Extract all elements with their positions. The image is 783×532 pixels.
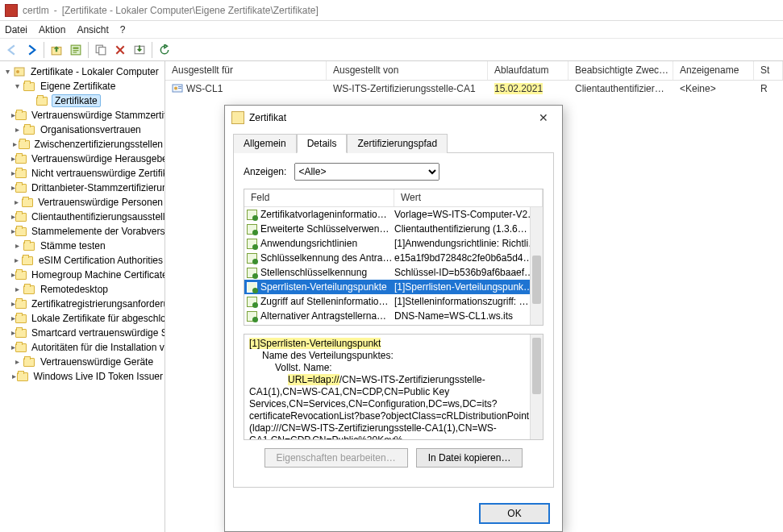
tree-node-label: Smartcard vertrauenswürdige Stammzertifi…	[30, 327, 165, 339]
detail-line: CA1(1),CN=WS-CA1,CN=CDP,CN=Public Key	[249, 386, 449, 397]
list-header[interactable]: Ausgestellt für Ausgestellt von Ablaufda…	[165, 61, 783, 81]
field-row[interactable]: Schlüsselkennung des Antra…e15a1f9bd7284…	[244, 251, 530, 265]
tree-node-label: Drittanbieter-Stammzertifizierungsstelle…	[30, 182, 165, 193]
tree-node[interactable]: ▸Homegroup Machine Certificates	[0, 268, 165, 282]
dialog-tabs: Allgemein Details Zertifizierungspfad	[225, 130, 562, 152]
tree-node-label: Lokale Zertifikate für abgeschlossene Ge…	[30, 313, 165, 324]
field-row[interactable]: StellenschlüsselkennungSchlüssel-ID=b536…	[244, 265, 530, 280]
tree-twisty-icon[interactable]: ▾	[2, 68, 13, 76]
tree-node[interactable]: ▸Vertrauenswürdige Herausgeber	[0, 152, 165, 166]
tree-node[interactable]: ▸Clientauthentifizierungsaussteller	[0, 210, 165, 224]
menu-file[interactable]: Datei	[5, 24, 27, 35]
menubar: Datei Aktion Ansicht ?	[0, 21, 783, 39]
cell-status: R	[760, 83, 768, 94]
field-row[interactable]: Erweiterte Schlüsselverwen…Clientauthent…	[244, 222, 530, 236]
up-icon[interactable]	[48, 41, 65, 59]
field-row[interactable]: Sperrlisten-Verteilungspunkte[1]Sperrlis…	[244, 280, 530, 294]
app-icon	[5, 4, 18, 17]
tree-node-own[interactable]: Eigene Zertifikate	[39, 81, 117, 92]
tree-node[interactable]: ▸Vertrauenswürdige Stammzertifizierungss…	[0, 108, 165, 123]
tree-node-label: Nicht vertrauenswürdige Zertifikate	[30, 168, 165, 179]
tree-twisty-icon[interactable]: ▸	[11, 285, 23, 293]
tree-twisty-icon[interactable]: ▾	[11, 82, 23, 90]
tree-twisty-icon[interactable]: ▸	[11, 242, 23, 250]
show-select[interactable]: <Alle>	[294, 163, 439, 181]
col-purpose[interactable]: Beabsichtigte Zwec…	[569, 61, 673, 80]
field-list[interactable]: Feld Wert Zertifikatvorlageninformatio…V…	[244, 189, 544, 326]
scrollbar-thumb[interactable]	[532, 256, 541, 304]
col-issued-by[interactable]: Ausgestellt von	[327, 61, 488, 80]
show-label: Anzeigen:	[244, 166, 286, 177]
scrollbar-thumb[interactable]	[532, 338, 541, 394]
tree-node[interactable]: ▸Zwischenzertifizierungsstellen	[0, 137, 165, 152]
extension-icon	[247, 210, 257, 220]
tree-node[interactable]: ▸Vertrauenswürdige Personen	[0, 195, 165, 210]
detail-textbox[interactable]: [1]Sperrlisten-Verteilungspunkt Name des…	[244, 334, 544, 440]
close-icon[interactable]: ✕	[531, 109, 556, 127]
col-display[interactable]: Anzeigename	[673, 61, 754, 80]
list-row[interactable]: WS-CL1 WS-ITS-Zertifizierungsstelle-CA1 …	[165, 81, 783, 97]
extension-icon	[247, 268, 257, 278]
copy-to-file-button[interactable]: In Datei kopieren…	[416, 448, 523, 468]
copy-icon[interactable]	[92, 41, 110, 59]
tree-node[interactable]: ▸Stämme testen	[0, 239, 165, 253]
tree-node[interactable]: ▸Stammelemente der Vorabversion	[0, 224, 165, 239]
folder-icon	[23, 82, 35, 91]
tab-certpath[interactable]: Zertifizierungspfad	[347, 134, 448, 153]
detail-line: /CN=WS-ITS-Zertifizierungsstelle-	[339, 374, 485, 385]
col-value[interactable]: Wert	[394, 189, 543, 206]
tree-twisty-icon[interactable]: ▸	[11, 198, 22, 206]
tree-twisty-icon[interactable]: ▸	[11, 358, 23, 366]
tree-twisty-icon[interactable]: ▸	[11, 140, 19, 148]
tree-node[interactable]: ▸Drittanbieter-Stammzertifizierungsstell…	[0, 181, 165, 195]
tree-pane[interactable]: ▾ Zertifikate - Lokaler Computer ▾ Eigen…	[0, 61, 165, 532]
tab-details[interactable]: Details	[297, 134, 348, 153]
delete-icon[interactable]	[111, 41, 129, 59]
field-row[interactable]: Anwendungsrichtlinien[1]Anwendungsrichtl…	[244, 236, 530, 251]
tree-root[interactable]: Zertifikate - Lokaler Computer	[29, 66, 160, 77]
menu-action[interactable]: Aktion	[39, 24, 65, 35]
tree-node[interactable]: ▸Zertifikatregistrierungsanforderungen	[0, 297, 165, 311]
folder-icon	[15, 271, 27, 280]
menu-view[interactable]: Ansicht	[77, 24, 108, 35]
tree-node[interactable]: ▸Nicht vertrauenswürdige Zertifikate	[0, 166, 165, 181]
col-issued-to[interactable]: Ausgestellt für	[165, 61, 327, 80]
svg-rect-2	[73, 47, 79, 48]
folder-icon	[23, 285, 35, 294]
properties-icon[interactable]	[67, 41, 85, 59]
ok-button[interactable]: OK	[480, 504, 549, 523]
menu-help[interactable]: ?	[120, 24, 126, 35]
forward-icon[interactable]	[23, 41, 40, 59]
svg-point-11	[174, 87, 177, 90]
tab-general[interactable]: Allgemein	[233, 134, 297, 153]
tree-node[interactable]: ▸eSIM Certification Authorities	[0, 253, 165, 268]
field-row[interactable]: Alternativer Antragstellerna…DNS-Name=WS…	[244, 309, 530, 323]
tree-twisty-icon[interactable]: ▸	[11, 372, 17, 380]
tree-node[interactable]: ▸Lokale Zertifikate für abgeschlossene G…	[0, 311, 165, 326]
field-row[interactable]: Zertifikatvorlageninformatio…Vorlage=WS-…	[244, 207, 530, 222]
tree-node[interactable]: ▸Remotedesktop	[0, 282, 165, 297]
tree-node[interactable]: ▸Windows Live ID Token Issuer	[0, 369, 165, 384]
tree-node[interactable]: ▸Autoritäten für die Installation von Pa…	[0, 340, 165, 355]
dialog-titlebar[interactable]: Zertifikat ✕	[225, 106, 562, 130]
tree-node[interactable]: ▸Smartcard vertrauenswürdige Stammzertif…	[0, 326, 165, 340]
detail-line: [1]Sperrlisten-Verteilungspunkt	[249, 338, 381, 349]
col-expiry[interactable]: Ablaufdatum	[488, 61, 569, 80]
col-status[interactable]: St	[754, 61, 783, 80]
tree-node-certs[interactable]: Zertifikate	[52, 94, 101, 107]
tree-node[interactable]: ▸Organisationsvertrauen	[0, 123, 165, 137]
refresh-icon[interactable]	[156, 41, 173, 59]
col-field[interactable]: Feld	[244, 189, 394, 206]
extension-icon	[247, 311, 257, 322]
scrollbar[interactable]	[530, 335, 543, 439]
tree-node-label: Zertifikatregistrierungsanforderungen	[30, 298, 165, 310]
tree-twisty-icon[interactable]: ▸	[11, 126, 23, 134]
cert-icon	[172, 83, 183, 94]
field-row[interactable]: Zugriff auf Stelleninformatio…[1]Stellen…	[244, 294, 530, 309]
tab-body: Anzeigen: <Alle> Feld Wert Zertifikatvor…	[233, 152, 554, 488]
tree-twisty-icon[interactable]: ▸	[11, 256, 22, 264]
folder-icon	[15, 227, 27, 236]
export-icon[interactable]	[131, 41, 148, 59]
scrollbar[interactable]	[530, 207, 543, 325]
tree-node[interactable]: ▸Vertrauenswürdige Geräte	[0, 355, 165, 369]
